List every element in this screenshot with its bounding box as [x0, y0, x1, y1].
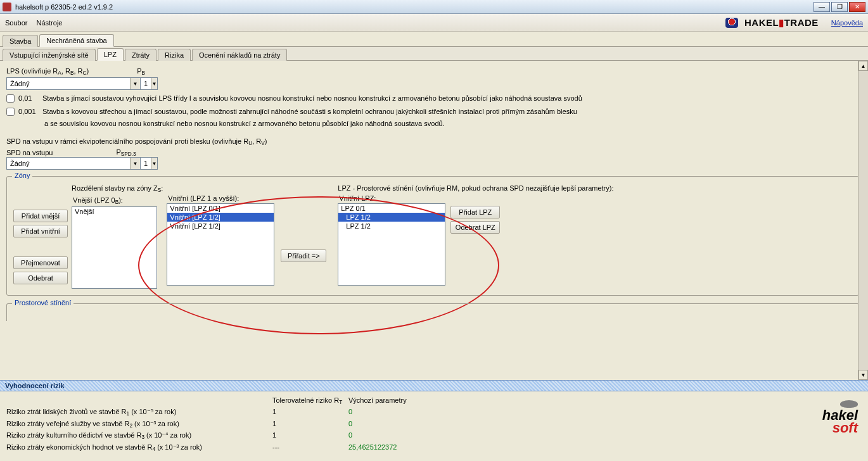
shield-fieldset: Prostorové stínění [6, 303, 859, 321]
spd-dropdown[interactable]: Žádný ▼ [6, 157, 141, 170]
list-item[interactable]: LPZ 0/1 [338, 204, 445, 213]
btn-add-outer[interactable]: Přidat vnější [13, 210, 68, 222]
window-title: hakelsoft p 62305-2 ed.2 v1.9.2 [15, 3, 814, 11]
list-item[interactable]: Vnitřní [LPZ 1/2] [167, 222, 274, 230]
eval-cell: Tolerovatelné riziko RT [272, 395, 348, 407]
eval-header: Vyhodnocení rizik [0, 380, 868, 391]
lps-checkbox-001[interactable] [6, 94, 15, 103]
eval-cell: 1 [272, 430, 348, 441]
close-button[interactable]: ✕ [849, 2, 865, 12]
tab-nechranena[interactable]: Nechráněná stavba [39, 34, 113, 47]
chevron-down-icon: ▼ [130, 78, 140, 89]
chk2-cont: a se souvislou kovovou nosnou konstrukcí… [44, 120, 859, 127]
list-item[interactable]: LPZ 1/2 [338, 213, 445, 222]
btn-remove[interactable]: Odebrat [13, 272, 68, 284]
lpz-caption: LPZ - Prostorové stínění (ovlivňuje RM, … [338, 184, 613, 192]
subtab-site[interactable]: Vstupující inženýrské sítě [3, 49, 96, 61]
list-item[interactable]: Vnější [72, 207, 156, 216]
zones-caption: Rozdělení stavby na zóny ZS: [72, 184, 163, 193]
content-pane: LPS (ovlivňuje RA, RB, RC) PB Žádný ▼ 1 … [0, 61, 868, 380]
zones-legend: Zóny [12, 172, 32, 179]
shield-legend: Prostorové stínění [12, 299, 73, 306]
subtab-oceneni[interactable]: Ocenění nákladů na ztráty [192, 49, 287, 61]
eval-cell: Výchozí parametry [348, 395, 475, 407]
minimize-button[interactable]: — [814, 2, 830, 12]
chevron-down-icon: ▼ [130, 158, 140, 169]
eval-cell: 0 [348, 407, 475, 418]
tab-stavba[interactable]: Stavba [3, 35, 38, 47]
lps-checkbox-0001[interactable] [6, 108, 15, 116]
scroll-down-icon[interactable]: ▼ [858, 370, 868, 380]
list-item[interactable]: Vnitřní [LPZ 0/1] [167, 204, 274, 213]
list-item[interactable]: LPZ 1/2 [338, 222, 445, 230]
lps-dropdown[interactable]: Žádný ▼ [6, 77, 141, 90]
outer-label: Vnější (LPZ 0B): [72, 196, 163, 205]
help-link[interactable]: Nápověda [831, 19, 863, 27]
sub-tabs: Vstupující inženýrské sítě LPZ Ztráty Ri… [0, 47, 868, 61]
logo-hakelsoft: hakel soft [822, 400, 858, 434]
btn-rename[interactable]: Přejmenovat [13, 256, 68, 269]
menu-nastroje[interactable]: Nástroje [36, 19, 62, 27]
lps-label: LPS (ovlivňuje RA, RB, RC) PB [6, 67, 859, 76]
eval-cell: Riziko ztráty ekonomických hodnot ve sta… [6, 442, 272, 453]
btn-add-inner[interactable]: Přidat vnitřní [13, 225, 68, 237]
chevron-down-icon: ▼ [151, 158, 157, 169]
maximize-button[interactable]: ❐ [831, 2, 848, 12]
spd-dropdown-num[interactable]: 1 ▼ [140, 157, 158, 170]
eval-cell: Riziko ztráty kulturního dědictví ve sta… [6, 430, 272, 441]
eval-body: Tolerovatelné riziko RTVýchozí parametry… [0, 391, 868, 461]
eval-cell: --- [272, 442, 348, 453]
brand-icon [725, 18, 738, 28]
main-tabs: Stavba Nechráněná stavba [0, 32, 868, 47]
eval-cell: 0 [348, 430, 475, 441]
eval-cell [6, 395, 272, 407]
chk1-num: 0,01 [18, 94, 42, 103]
zones-fieldset: Zóny Přidat vnější Přidat vnitřní Přejme… [6, 176, 859, 296]
chevron-down-icon: ▼ [151, 78, 157, 89]
lpz-listbox[interactable]: LPZ 0/1LPZ 1/2LPZ 1/2 [338, 203, 445, 286]
eval-cell: 1 [272, 419, 348, 430]
list-item[interactable]: Vnitřní [LPZ 1/2] [167, 213, 274, 222]
btn-add-lpz[interactable]: Přidat LPZ [450, 206, 500, 218]
chk1-text: Stavba s jímací soustavou vyhovující LPS… [42, 94, 582, 103]
chk2-text: Stavba s kovovou střechou a jímací soust… [42, 107, 577, 117]
app-icon [3, 3, 11, 11]
eval-cell: 0 [348, 419, 475, 430]
inner-listbox[interactable]: Vnitřní [LPZ 0/1]Vnitřní [LPZ 1/2]Vnitřn… [167, 203, 274, 286]
btn-assign[interactable]: Přiřadit => [281, 249, 326, 262]
brand-text: HAKEL▮TRADE [744, 17, 819, 28]
lpz-label: Vnitřní LPZ: [338, 194, 445, 202]
subtab-rizika[interactable]: Rizika [158, 49, 191, 61]
subtab-ztraty[interactable]: Ztráty [125, 49, 156, 61]
spd-desc: SPD na vstupu v rámci ekvipotenciálního … [6, 137, 859, 146]
scroll-up-icon[interactable]: ▲ [858, 61, 868, 71]
chk2-num: 0,001 [18, 107, 42, 117]
vertical-scrollbar[interactable]: ▲ ▼ [858, 61, 868, 380]
eval-cell: Riziko ztrát lidských životů ve stavbě R… [6, 407, 272, 418]
btn-remove-lpz[interactable]: Odebrat LPZ [450, 221, 500, 234]
subtab-lpz[interactable]: LPZ [97, 48, 124, 61]
menu-soubor[interactable]: Soubor [5, 19, 27, 27]
spd-label: SPD na vstupu [6, 149, 53, 156]
eval-cell: 1 [272, 407, 348, 418]
menubar: Soubor Nástroje HAKEL▮TRADE Nápověda [0, 14, 868, 32]
eval-cell: 25,4625122372 [348, 442, 475, 453]
spd-pspd: PSPD.3 [116, 148, 136, 157]
window-titlebar: hakelsoft p 62305-2 ed.2 v1.9.2 — ❐ ✕ [0, 0, 868, 14]
eval-cell: Riziko ztráty veřejné služby ve stavbě R… [6, 419, 272, 430]
inner-label: Vnitřní (LPZ 1 a vyšší): [167, 194, 274, 202]
outer-listbox[interactable]: Vnější [72, 206, 157, 289]
lps-dropdown-num[interactable]: 1 ▼ [140, 77, 158, 90]
